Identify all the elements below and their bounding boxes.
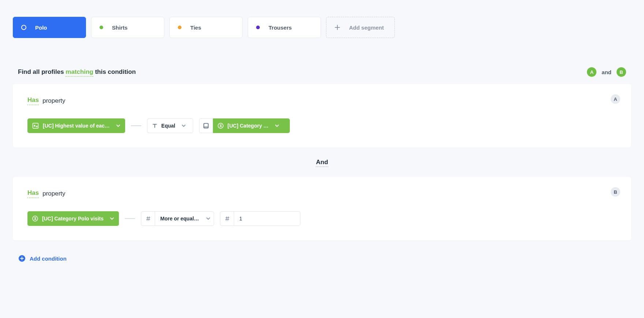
segments-tabbar: Polo Shirts Ties Trousers Add segment (13, 17, 631, 38)
chevron-down-icon (116, 123, 121, 128)
value-group: [UC] Category … (199, 118, 290, 133)
property-word: property (42, 190, 65, 197)
chevron-down-icon (274, 123, 280, 128)
operator-label: Equal (161, 123, 175, 129)
operator-label: More or equal… (160, 216, 199, 222)
plus-circle-icon (19, 255, 25, 262)
attribute-selector[interactable]: [UC] Category Polo visits (27, 211, 119, 226)
segment-label: Ties (190, 24, 201, 31)
segment-marker-icon (21, 25, 26, 30)
and-label: And (316, 159, 328, 167)
add-segment-label: Add segment (349, 24, 384, 31)
card-header: Has property (27, 96, 617, 105)
attribute-icon-button[interactable] (199, 118, 213, 133)
property-word: property (42, 97, 65, 105)
plus-icon (334, 24, 340, 30)
badge-a: A (587, 67, 596, 77)
condition-scope-text: Find all profiles matching this conditio… (18, 68, 136, 76)
segment-dot-icon (256, 26, 260, 29)
card-header: Has property (27, 189, 617, 198)
operator-selector[interactable]: Equal (147, 118, 193, 133)
segment-dot-icon (178, 26, 181, 29)
segment-tab-polo[interactable]: Polo (13, 17, 86, 38)
condition-scope-header: Find all profiles matching this conditio… (13, 67, 631, 84)
operator-selector[interactable]: More or equal… (141, 211, 214, 226)
segment-label: Polo (35, 24, 47, 31)
chevron-down-icon (206, 216, 211, 221)
and-separator[interactable]: And (13, 148, 631, 177)
add-condition-button[interactable]: Add condition (19, 255, 67, 262)
value-input-group: 1 (220, 211, 300, 226)
hash-icon (220, 212, 234, 226)
svg-rect-0 (33, 123, 38, 128)
segment-dot-icon (100, 26, 103, 29)
value-label: [UC] Category … (228, 123, 269, 129)
attribute-label: [UC] Highest value of eac… (43, 123, 110, 129)
segment-tab-ties[interactable]: Ties (169, 17, 243, 38)
hash-icon (141, 212, 155, 226)
svg-rect-1 (204, 124, 208, 128)
condition-card-a: A Has property [UC] Highest value of eac… (13, 84, 631, 148)
connector-line (131, 125, 141, 126)
condition-row: [UC] Highest value of eac… Equal [UC] Ca… (27, 118, 617, 133)
and-word: and (602, 69, 611, 75)
add-condition-label: Add condition (30, 255, 67, 262)
segment-label: Trousers (269, 24, 292, 31)
book-icon (203, 122, 209, 129)
chevron-down-icon (181, 123, 186, 128)
attribute-label: [UC] Category Polo visits (42, 216, 104, 222)
matching-toggle[interactable]: matching (65, 68, 93, 77)
sigma-icon (217, 122, 224, 129)
condition-row: [UC] Category Polo visits More or equal…… (27, 211, 617, 226)
formula-icon (32, 122, 39, 129)
badge-b: B (617, 67, 626, 77)
segment-tab-shirts[interactable]: Shirts (91, 17, 164, 38)
has-toggle[interactable]: Has (27, 189, 39, 198)
value-input[interactable]: 1 (234, 212, 300, 226)
has-toggle[interactable]: Has (27, 96, 39, 105)
condition-card-b: B Has property [UC] Category Polo visits… (13, 177, 631, 241)
attribute-selector[interactable]: [UC] Highest value of eac… (27, 118, 125, 133)
sigma-icon (32, 215, 38, 222)
condition-badges: A and B (587, 67, 626, 77)
card-badge-b: B (611, 187, 620, 197)
card-badge-a: A (611, 94, 620, 104)
add-segment-button[interactable]: Add segment (326, 17, 395, 38)
chevron-down-icon (109, 216, 115, 221)
segment-tab-trousers[interactable]: Trousers (248, 17, 321, 38)
text-icon (152, 123, 158, 129)
connector-line (125, 218, 135, 219)
segment-label: Shirts (112, 24, 128, 31)
value-selector[interactable]: [UC] Category … (213, 118, 290, 133)
